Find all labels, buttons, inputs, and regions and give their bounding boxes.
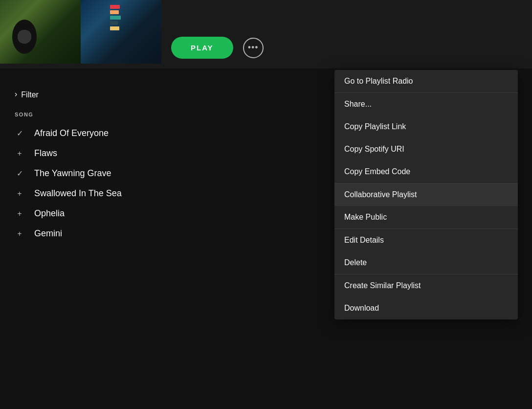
color-bar-1 [110, 5, 120, 9]
song-row[interactable]: + Ophelia [0, 204, 332, 224]
filter-label[interactable]: ‹ Filter [15, 91, 318, 99]
collaborative-playlist-item[interactable]: Collaborative Playlist [334, 183, 518, 206]
copy-spotify-uri-item[interactable]: Copy Spotify URI [334, 138, 518, 160]
color-bar-4 [110, 21, 118, 25]
context-menu: Go to Playlist Radio Share... Copy Playl… [334, 70, 518, 319]
album-art-left [0, 0, 81, 64]
song-row[interactable]: + Flaws [0, 143, 332, 163]
download-item[interactable]: Download [334, 297, 518, 319]
filter-text: Filter [21, 91, 39, 99]
header-background [0, 0, 532, 68]
song-add-icon: + [15, 189, 24, 198]
album-art-right [81, 0, 161, 64]
song-add-icon: + [15, 229, 24, 238]
context-menu-section-edit: Edit Details Delete [334, 229, 518, 274]
delete-item[interactable]: Delete [334, 251, 518, 274]
create-similar-playlist-item[interactable]: Create Similar Playlist [334, 274, 518, 297]
song-list-header: SONG [0, 108, 332, 123]
context-menu-section-create: Create Similar Playlist Download [334, 274, 518, 319]
song-row[interactable]: + Swallowed In The Sea [0, 183, 332, 204]
song-title: Gemini [34, 228, 62, 239]
filter-chevron: ‹ [15, 91, 17, 99]
song-row[interactable]: + Gemini [0, 224, 332, 244]
song-check-icon: ✓ [15, 129, 24, 138]
song-row[interactable]: ✓ Afraid Of Everyone [0, 123, 332, 143]
color-bars [110, 5, 121, 30]
copy-embed-code-item[interactable]: Copy Embed Code [334, 160, 518, 183]
song-row[interactable]: ✓ The Yawning Grave [0, 163, 332, 183]
controls-area: PLAY ••• [171, 37, 264, 59]
song-title: The Yawning Grave [34, 168, 111, 179]
make-public-item[interactable]: Make Public [334, 206, 518, 228]
ellipsis-icon: ••• [248, 43, 259, 53]
song-check-icon: ✓ [15, 169, 24, 178]
color-bar-5 [110, 26, 119, 30]
song-title: Ophelia [34, 208, 65, 219]
song-add-icon: + [15, 209, 24, 218]
context-menu-section-collab: Collaborative Playlist Make Public [334, 183, 518, 229]
context-menu-section-share: Share... Copy Playlist Link Copy Spotify… [334, 93, 518, 183]
song-add-icon: + [15, 149, 24, 158]
song-title: Swallowed In The Sea [34, 188, 122, 199]
filter-area: ‹ Filter [0, 81, 332, 109]
song-list: SONG ✓ Afraid Of Everyone + Flaws ✓ The … [0, 108, 332, 244]
play-button[interactable]: PLAY [171, 37, 233, 59]
context-menu-section-radio: Go to Playlist Radio [334, 70, 518, 93]
song-title: Afraid Of Everyone [34, 128, 109, 138]
copy-playlist-link-item[interactable]: Copy Playlist Link [334, 115, 518, 138]
color-bar-3 [110, 16, 121, 20]
color-bar-2 [110, 10, 119, 14]
more-options-button[interactable]: ••• [243, 38, 264, 58]
song-title: Flaws [34, 148, 57, 159]
share-item[interactable]: Share... [334, 93, 518, 115]
edit-details-item[interactable]: Edit Details [334, 229, 518, 251]
go-to-playlist-radio-item[interactable]: Go to Playlist Radio [334, 70, 518, 92]
